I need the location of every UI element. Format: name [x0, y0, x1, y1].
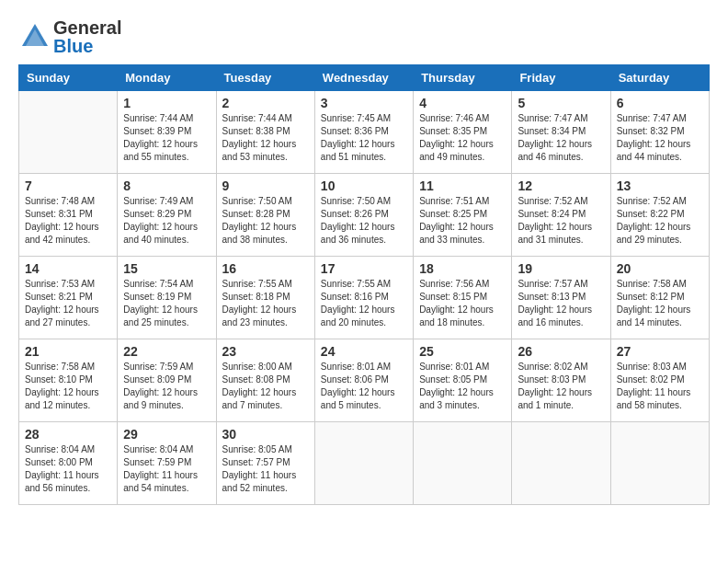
- day-number: 10: [321, 178, 407, 193]
- calendar-week-row: 21Sunrise: 7:58 AM Sunset: 8:10 PM Dayli…: [19, 339, 710, 422]
- day-info: Sunrise: 7:45 AM Sunset: 8:36 PM Dayligh…: [321, 112, 407, 164]
- calendar-cell: 13Sunrise: 7:52 AM Sunset: 8:22 PM Dayli…: [610, 174, 709, 257]
- day-number: 28: [25, 427, 111, 442]
- calendar-table: SundayMondayTuesdayWednesdayThursdayFrid…: [18, 64, 710, 505]
- day-info: Sunrise: 7:47 AM Sunset: 8:32 PM Dayligh…: [617, 112, 703, 164]
- calendar-cell: 29Sunrise: 8:04 AM Sunset: 7:59 PM Dayli…: [118, 422, 216, 505]
- calendar-cell: 25Sunrise: 8:01 AM Sunset: 8:05 PM Dayli…: [414, 339, 512, 422]
- logo: General Blue: [18, 18, 121, 55]
- day-info: Sunrise: 7:48 AM Sunset: 8:31 PM Dayligh…: [25, 195, 111, 247]
- day-info: Sunrise: 7:59 AM Sunset: 8:09 PM Dayligh…: [123, 361, 210, 412]
- day-info: Sunrise: 8:02 AM Sunset: 8:03 PM Dayligh…: [518, 361, 604, 412]
- calendar-cell: 24Sunrise: 8:01 AM Sunset: 8:06 PM Dayli…: [314, 339, 413, 422]
- day-number: 11: [419, 178, 506, 193]
- day-number: 4: [419, 96, 506, 110]
- logo-icon: [18, 20, 51, 53]
- day-number: 14: [25, 261, 111, 276]
- calendar-cell: 18Sunrise: 7:56 AM Sunset: 8:15 PM Dayli…: [414, 257, 512, 339]
- calendar-cell: [19, 91, 118, 174]
- calendar-week-row: 1Sunrise: 7:44 AM Sunset: 8:39 PM Daylig…: [19, 91, 710, 174]
- day-info: Sunrise: 7:52 AM Sunset: 8:24 PM Dayligh…: [518, 195, 604, 247]
- calendar-cell: 27Sunrise: 8:03 AM Sunset: 8:02 PM Dayli…: [610, 339, 709, 422]
- calendar-cell: 30Sunrise: 8:05 AM Sunset: 7:57 PM Dayli…: [216, 422, 314, 505]
- calendar-week-row: 28Sunrise: 8:04 AM Sunset: 8:00 PM Dayli…: [19, 422, 710, 505]
- weekday-header-wednesday: Wednesday: [314, 65, 413, 91]
- day-info: Sunrise: 7:53 AM Sunset: 8:21 PM Dayligh…: [25, 278, 111, 329]
- calendar-cell: [512, 422, 610, 505]
- day-number: 19: [518, 261, 604, 276]
- day-info: Sunrise: 8:04 AM Sunset: 8:00 PM Dayligh…: [25, 443, 111, 495]
- day-number: 26: [518, 344, 604, 359]
- page-header: General Blue: [18, 18, 710, 55]
- day-info: Sunrise: 7:50 AM Sunset: 8:26 PM Dayligh…: [321, 195, 407, 247]
- day-number: 24: [321, 344, 407, 359]
- day-info: Sunrise: 7:55 AM Sunset: 8:16 PM Dayligh…: [321, 278, 407, 329]
- day-number: 7: [25, 178, 111, 193]
- calendar-header-row: SundayMondayTuesdayWednesdayThursdayFrid…: [19, 65, 710, 91]
- calendar-cell: 26Sunrise: 8:02 AM Sunset: 8:03 PM Dayli…: [512, 339, 610, 422]
- calendar-cell: 28Sunrise: 8:04 AM Sunset: 8:00 PM Dayli…: [19, 422, 118, 505]
- day-info: Sunrise: 8:03 AM Sunset: 8:02 PM Dayligh…: [617, 361, 703, 412]
- day-info: Sunrise: 7:49 AM Sunset: 8:29 PM Dayligh…: [123, 195, 210, 247]
- calendar-cell: 15Sunrise: 7:54 AM Sunset: 8:19 PM Dayli…: [118, 257, 216, 339]
- day-number: 22: [123, 344, 210, 359]
- day-number: 5: [518, 96, 604, 110]
- day-number: 3: [321, 96, 407, 110]
- calendar-cell: 7Sunrise: 7:48 AM Sunset: 8:31 PM Daylig…: [19, 174, 118, 257]
- calendar-cell: 3Sunrise: 7:45 AM Sunset: 8:36 PM Daylig…: [314, 91, 413, 174]
- weekday-header-sunday: Sunday: [19, 65, 118, 91]
- day-number: 23: [222, 344, 309, 359]
- calendar-cell: 9Sunrise: 7:50 AM Sunset: 8:28 PM Daylig…: [216, 174, 314, 257]
- weekday-header-friday: Friday: [512, 65, 610, 91]
- calendar-cell: [414, 422, 512, 505]
- calendar-cell: 12Sunrise: 7:52 AM Sunset: 8:24 PM Dayli…: [512, 174, 610, 257]
- calendar-cell: 11Sunrise: 7:51 AM Sunset: 8:25 PM Dayli…: [414, 174, 512, 257]
- day-number: 18: [419, 261, 506, 276]
- day-number: 13: [617, 178, 703, 193]
- day-number: 25: [419, 344, 506, 359]
- calendar-cell: 14Sunrise: 7:53 AM Sunset: 8:21 PM Dayli…: [19, 257, 118, 339]
- day-info: Sunrise: 7:54 AM Sunset: 8:19 PM Dayligh…: [123, 278, 210, 329]
- calendar-week-row: 7Sunrise: 7:48 AM Sunset: 8:31 PM Daylig…: [19, 174, 710, 257]
- day-number: 9: [222, 178, 309, 193]
- day-info: Sunrise: 7:57 AM Sunset: 8:13 PM Dayligh…: [518, 278, 604, 329]
- day-number: 27: [617, 344, 703, 359]
- day-info: Sunrise: 8:04 AM Sunset: 7:59 PM Dayligh…: [123, 443, 210, 495]
- day-number: 16: [222, 261, 309, 276]
- day-info: Sunrise: 7:51 AM Sunset: 8:25 PM Dayligh…: [419, 195, 506, 247]
- calendar-cell: 22Sunrise: 7:59 AM Sunset: 8:09 PM Dayli…: [118, 339, 216, 422]
- day-info: Sunrise: 7:46 AM Sunset: 8:35 PM Dayligh…: [419, 112, 506, 164]
- calendar-cell: 19Sunrise: 7:57 AM Sunset: 8:13 PM Dayli…: [512, 257, 610, 339]
- day-number: 29: [123, 427, 210, 442]
- calendar-cell: [314, 422, 413, 505]
- calendar-cell: 21Sunrise: 7:58 AM Sunset: 8:10 PM Dayli…: [19, 339, 118, 422]
- day-number: 20: [617, 261, 703, 276]
- day-number: 1: [123, 96, 210, 110]
- logo-general: General: [53, 17, 121, 38]
- calendar-cell: 23Sunrise: 8:00 AM Sunset: 8:08 PM Dayli…: [216, 339, 314, 422]
- calendar-cell: 8Sunrise: 7:49 AM Sunset: 8:29 PM Daylig…: [118, 174, 216, 257]
- day-info: Sunrise: 8:05 AM Sunset: 7:57 PM Dayligh…: [222, 443, 309, 495]
- day-info: Sunrise: 7:58 AM Sunset: 8:10 PM Dayligh…: [25, 361, 111, 412]
- calendar-cell: 20Sunrise: 7:58 AM Sunset: 8:12 PM Dayli…: [610, 257, 709, 339]
- calendar-cell: 1Sunrise: 7:44 AM Sunset: 8:39 PM Daylig…: [118, 91, 216, 174]
- day-info: Sunrise: 8:00 AM Sunset: 8:08 PM Dayligh…: [222, 361, 309, 412]
- logo-blue: Blue: [53, 37, 121, 55]
- day-info: Sunrise: 7:47 AM Sunset: 8:34 PM Dayligh…: [518, 112, 604, 164]
- day-number: 6: [617, 96, 703, 110]
- day-info: Sunrise: 7:44 AM Sunset: 8:39 PM Dayligh…: [123, 112, 210, 164]
- calendar-cell: 2Sunrise: 7:44 AM Sunset: 8:38 PM Daylig…: [216, 91, 314, 174]
- day-info: Sunrise: 7:50 AM Sunset: 8:28 PM Dayligh…: [222, 195, 309, 247]
- weekday-header-saturday: Saturday: [610, 65, 709, 91]
- day-number: 2: [222, 96, 309, 110]
- weekday-header-monday: Monday: [118, 65, 216, 91]
- calendar-cell: 5Sunrise: 7:47 AM Sunset: 8:34 PM Daylig…: [512, 91, 610, 174]
- weekday-header-thursday: Thursday: [414, 65, 512, 91]
- calendar-week-row: 14Sunrise: 7:53 AM Sunset: 8:21 PM Dayli…: [19, 257, 710, 339]
- calendar-cell: 16Sunrise: 7:55 AM Sunset: 8:18 PM Dayli…: [216, 257, 314, 339]
- day-info: Sunrise: 8:01 AM Sunset: 8:05 PM Dayligh…: [419, 361, 506, 412]
- day-number: 15: [123, 261, 210, 276]
- day-number: 12: [518, 178, 604, 193]
- day-number: 30: [222, 427, 309, 442]
- weekday-header-tuesday: Tuesday: [216, 65, 314, 91]
